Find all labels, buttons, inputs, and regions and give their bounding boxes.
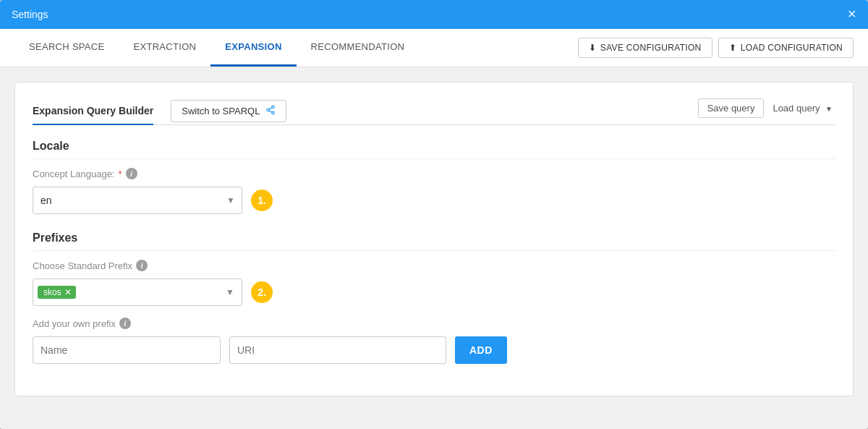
prefix-uri-input[interactable] bbox=[229, 336, 446, 364]
standard-prefix-select[interactable]: skos ✕ ▼ bbox=[33, 279, 242, 306]
standard-prefix-info-icon[interactable]: i bbox=[136, 260, 148, 271]
locale-section: Locale Concept Language: * i en de fr es bbox=[33, 140, 835, 214]
nav-tabs: SEARCH SPACE EXTRACTION EXPANSION RECOMM… bbox=[14, 29, 419, 67]
own-prefix-info-icon[interactable]: i bbox=[119, 318, 131, 329]
load-query-arrow: ▼ bbox=[825, 105, 833, 113]
step-badge-1: 1. bbox=[251, 190, 273, 211]
tab-switch-sparql[interactable]: Switch to SPARQL bbox=[171, 100, 286, 122]
tab-expansion[interactable]: EXPANSION bbox=[210, 29, 296, 67]
tab-recommendation[interactable]: RECOMMENDATION bbox=[297, 29, 420, 67]
locale-title: Locale bbox=[33, 140, 835, 159]
settings-window: Settings ✕ SEARCH SPACE EXTRACTION EXPAN… bbox=[0, 0, 868, 429]
own-prefix-label: Add your own prefix i bbox=[33, 318, 835, 329]
main-card: Expansion Query Builder Switch to SPARQL… bbox=[14, 82, 854, 396]
svg-line-4 bbox=[269, 107, 272, 109]
title-bar: Settings ✕ bbox=[0, 0, 868, 29]
query-actions: Save query Load query ▼ bbox=[698, 98, 835, 124]
save-query-button[interactable]: Save query bbox=[698, 98, 765, 118]
concept-language-row: en de fr es ▼ 1. bbox=[33, 187, 835, 214]
close-button[interactable]: ✕ bbox=[847, 9, 856, 20]
tab-search-space[interactable]: SEARCH SPACE bbox=[14, 29, 119, 67]
prefix-name-input[interactable] bbox=[33, 336, 221, 364]
skos-tag: skos ✕ bbox=[38, 286, 76, 299]
concept-language-label: Concept Language: * i bbox=[33, 168, 835, 179]
multi-select-arrow-icon: ▼ bbox=[226, 287, 234, 297]
inner-tab-group: Expansion Query Builder Switch to SPARQL bbox=[33, 97, 286, 124]
skos-tag-remove[interactable]: ✕ bbox=[64, 288, 72, 297]
concept-language-select-wrapper: en de fr es ▼ bbox=[33, 187, 242, 214]
content-area: Expansion Query Builder Switch to SPARQL… bbox=[0, 67, 868, 429]
concept-language-select[interactable]: en de fr es bbox=[33, 187, 242, 214]
save-icon: ⬇ bbox=[589, 43, 596, 53]
save-configuration-label: SAVE CONFIGURATION bbox=[600, 43, 702, 53]
load-configuration-button[interactable]: ⬆ LOAD CONFIGURATION bbox=[718, 38, 854, 58]
prefixes-title: Prefixes bbox=[33, 232, 835, 251]
nav-actions: ⬇ SAVE CONFIGURATION ⬆ LOAD CONFIGURATIO… bbox=[578, 38, 854, 58]
standard-prefix-label: Choose Standard Prefix i bbox=[33, 260, 835, 271]
load-configuration-label: LOAD CONFIGURATION bbox=[741, 43, 843, 53]
save-configuration-button[interactable]: ⬇ SAVE CONFIGURATION bbox=[578, 38, 712, 58]
switch-sparql-label: Switch to SPARQL bbox=[182, 106, 260, 116]
standard-prefix-row: skos ✕ ▼ 2. bbox=[33, 279, 835, 306]
prefix-input-row: ADD bbox=[33, 336, 835, 364]
share-icon bbox=[265, 105, 276, 117]
concept-language-info-icon[interactable]: i bbox=[126, 168, 137, 179]
skos-tag-label: skos bbox=[43, 287, 61, 297]
inner-tabs: Expansion Query Builder Switch to SPARQL… bbox=[33, 97, 835, 125]
tab-extraction[interactable]: EXTRACTION bbox=[119, 29, 211, 67]
load-icon: ⬆ bbox=[729, 43, 736, 53]
add-prefix-button[interactable]: ADD bbox=[455, 336, 507, 364]
nav-bar: SEARCH SPACE EXTRACTION EXPANSION RECOMM… bbox=[0, 29, 868, 67]
load-query-button[interactable]: Load query ▼ bbox=[770, 99, 835, 117]
svg-line-3 bbox=[269, 110, 272, 111]
window-title: Settings bbox=[12, 9, 48, 20]
required-star: * bbox=[118, 169, 122, 179]
step-badge-2: 2. bbox=[251, 281, 273, 303]
tab-expansion-query-builder[interactable]: Expansion Query Builder bbox=[33, 98, 153, 125]
prefixes-section: Prefixes Choose Standard Prefix i skos ✕… bbox=[33, 232, 835, 364]
